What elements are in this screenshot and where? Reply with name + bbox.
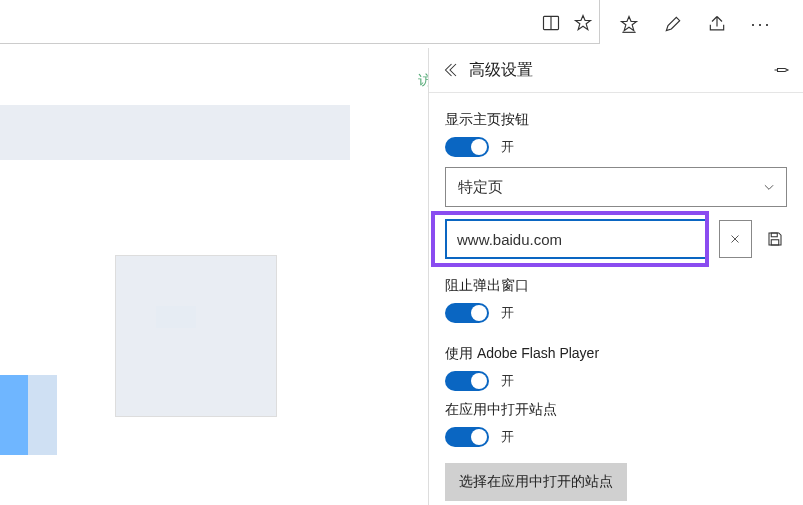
block-popups-label: 阻止弹出窗口 — [445, 277, 787, 295]
panel-title: 高级设置 — [469, 60, 533, 81]
address-bar[interactable] — [0, 0, 600, 44]
reading-view-icon[interactable] — [540, 12, 562, 34]
home-button-toggle[interactable] — [445, 137, 489, 157]
chevron-down-icon — [762, 180, 776, 194]
svg-marker-3 — [622, 17, 637, 31]
block-popups-toggle-text: 开 — [501, 304, 514, 322]
save-url-icon[interactable] — [764, 227, 787, 251]
home-button-label: 显示主页按钮 — [445, 111, 787, 129]
svg-marker-2 — [576, 16, 591, 30]
homepage-type-value: 特定页 — [458, 178, 503, 197]
share-icon[interactable] — [706, 13, 728, 35]
open-in-app-toggle-text: 开 — [501, 428, 514, 446]
flash-label: 使用 Adobe Flash Player — [445, 345, 787, 363]
favorites-list-icon[interactable] — [618, 13, 640, 35]
homepage-type-select[interactable]: 特定页 — [445, 167, 787, 207]
choose-sites-button[interactable]: 选择在应用中打开的站点 — [445, 463, 627, 501]
open-in-app-toggle[interactable] — [445, 427, 489, 447]
block-popups-toggle[interactable] — [445, 303, 489, 323]
notes-icon[interactable] — [662, 13, 684, 35]
back-chevron-icon[interactable] — [441, 61, 459, 79]
homepage-url-input[interactable] — [445, 219, 709, 259]
svg-rect-9 — [772, 240, 780, 245]
home-button-toggle-text: 开 — [501, 138, 514, 156]
page-content-blurred — [0, 45, 425, 505]
favorite-star-icon[interactable] — [572, 12, 594, 34]
advanced-settings-panel: 高级设置 显示主页按钮 开 特定页 阻止弹出窗口 — [428, 48, 803, 505]
clear-url-button[interactable] — [719, 220, 752, 258]
svg-rect-8 — [772, 233, 778, 237]
pin-icon[interactable] — [773, 61, 791, 79]
flash-toggle-text: 开 — [501, 372, 514, 390]
edge-hint-text: 访 — [418, 72, 428, 102]
flash-toggle[interactable] — [445, 371, 489, 391]
open-in-app-label: 在应用中打开站点 — [445, 401, 787, 419]
more-menu-icon[interactable]: ··· — [750, 13, 772, 35]
browser-action-icons: ··· — [610, 12, 803, 36]
